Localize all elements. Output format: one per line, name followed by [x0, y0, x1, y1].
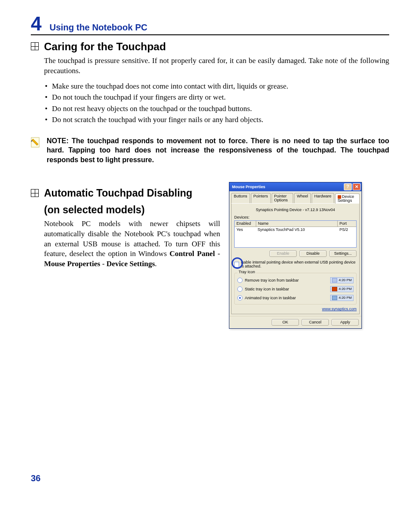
- tab-hardware[interactable]: Hardware: [312, 193, 334, 203]
- tray-preview: 4:20 PM: [330, 295, 354, 301]
- list-item: Do not touch the touchpad if your finger…: [44, 92, 389, 103]
- section-body: Notebook PC models with newer chipsets w…: [44, 219, 220, 270]
- section-intro: The touchpad is pressure sensitive. If n…: [44, 56, 389, 76]
- help-button[interactable]: ?: [344, 183, 352, 190]
- col-name: Name: [256, 221, 338, 227]
- radio-label: Static tray icon in taskbar: [245, 287, 289, 291]
- tray-preview: 4:20 PM: [330, 277, 354, 283]
- tab-pointer-options[interactable]: Pointer Options: [272, 193, 294, 203]
- chapter-title: Using the Notebook PC: [49, 23, 147, 34]
- note-block: NOTE: The touchpad responds to movement …: [31, 136, 389, 165]
- tab-buttons[interactable]: Buttons: [231, 193, 250, 203]
- synaptics-link[interactable]: www.synaptics.com: [234, 307, 357, 311]
- section-title: Caring for the Touchpad: [44, 41, 166, 53]
- radio-label: Remove tray icon from taskbar: [245, 279, 299, 282]
- dialog-title: Mouse Properties: [232, 185, 265, 189]
- tab-device-settings[interactable]: Device Settings: [335, 193, 360, 204]
- tray-icon-preview: [332, 287, 337, 291]
- col-port: Port: [338, 221, 356, 227]
- enable-button[interactable]: Enable: [269, 250, 297, 257]
- chapter-header: 4 Using the Notebook PC: [31, 14, 389, 35]
- disable-button[interactable]: Disable: [299, 250, 327, 257]
- tab-pointers[interactable]: Pointers: [251, 193, 271, 203]
- close-button[interactable]: ✕: [353, 183, 361, 190]
- radio-animated-tray[interactable]: [237, 295, 243, 301]
- driver-label: Synaptics Pointing Device - v7.12.9 13No…: [234, 206, 357, 215]
- col-enabled: Enabled: [235, 221, 256, 227]
- chapter-number: 4: [31, 14, 41, 33]
- radio-static-tray[interactable]: [237, 286, 243, 292]
- radio-remove-tray[interactable]: [237, 278, 243, 283]
- section-icon: [31, 42, 41, 52]
- page-number: 36: [31, 474, 41, 483]
- tab-strip: Buttons Pointers Pointer Options Wheel H…: [229, 191, 361, 203]
- devices-table: Enabled Name Port Yes Synaptics TouchPad…: [234, 220, 357, 248]
- tab-wheel[interactable]: Wheel: [294, 193, 311, 203]
- tray-preview: 4:20 PM: [330, 286, 354, 292]
- section-icon: [31, 189, 41, 199]
- list-item: Do not scratch the touchpad with your fi…: [44, 114, 389, 126]
- apply-button[interactable]: Apply: [332, 319, 359, 326]
- settings-button[interactable]: Settings...: [329, 250, 357, 257]
- table-row[interactable]: Yes Synaptics TouchPad V5.10 PS/2: [235, 227, 356, 233]
- ok-button[interactable]: OK: [272, 319, 299, 326]
- tray-icon-legend: Tray Icon: [237, 270, 256, 274]
- list-item: Do not rest heavy objects on the touchpa…: [44, 103, 389, 115]
- checkbox-label: isable internal pointing device when ext…: [241, 260, 357, 268]
- precautions-list: Make sure the touchpad does not come int…: [44, 81, 389, 126]
- section-title-line2: (on selected models): [44, 204, 192, 216]
- tray-icon-preview: [332, 296, 337, 300]
- tray-icon-preview: [332, 278, 337, 282]
- devices-label: Devices:: [234, 215, 357, 219]
- tray-icon-group: Tray Icon Remove tray icon from taskbar …: [234, 273, 357, 305]
- list-item: Make sure the touchpad does not come int…: [44, 81, 389, 92]
- note-text: NOTE: The touchpad responds to movement …: [47, 136, 389, 165]
- cancel-button[interactable]: Cancel: [302, 319, 329, 326]
- mouse-properties-dialog: Mouse Properties ? ✕ Buttons Pointers Po…: [229, 182, 362, 329]
- section-title-line1: Automatic Touchpad Disabling: [44, 187, 192, 200]
- radio-label: Animated tray icon in taskbar: [245, 296, 296, 300]
- dialog-titlebar: Mouse Properties ? ✕: [229, 182, 361, 191]
- note-icon: [31, 137, 42, 165]
